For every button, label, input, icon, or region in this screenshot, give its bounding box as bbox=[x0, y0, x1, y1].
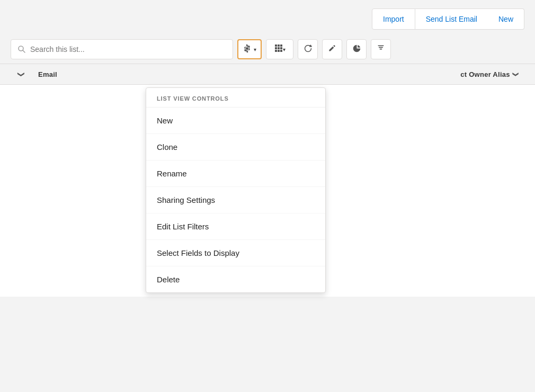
top-bar: Import Send List Email New bbox=[0, 0, 535, 35]
list-view-controls-dropdown: LIST VIEW CONTROLS New Clone Rename Shar… bbox=[146, 87, 326, 293]
import-button[interactable]: Import bbox=[372, 8, 415, 30]
search-icon bbox=[17, 45, 26, 54]
owner-alias-column-header[interactable]: ct Owner Alias ❯ bbox=[454, 70, 524, 78]
svg-rect-6 bbox=[278, 47, 280, 49]
dropdown-item-delete[interactable]: Delete bbox=[146, 266, 325, 292]
dropdown-item-new[interactable]: New bbox=[146, 108, 325, 134]
header-chevron-icon: ❯ bbox=[17, 72, 25, 77]
email-column-header[interactable]: Email bbox=[32, 70, 64, 78]
columns-button[interactable]: ▾ bbox=[266, 39, 293, 59]
dropdown-header: LIST VIEW CONTROLS bbox=[146, 88, 325, 108]
dropdown-item-rename[interactable]: Rename bbox=[146, 161, 325, 187]
edit-button[interactable] bbox=[322, 39, 342, 59]
new-button[interactable]: New bbox=[488, 8, 524, 30]
refresh-icon bbox=[304, 44, 313, 55]
svg-rect-8 bbox=[275, 50, 277, 52]
svg-rect-10 bbox=[280, 50, 282, 52]
refresh-button[interactable] bbox=[298, 39, 318, 59]
table-header: ❯ Email ct Owner Alias ❯ bbox=[0, 64, 535, 85]
send-list-email-button[interactable]: Send List Email bbox=[415, 8, 488, 30]
search-input[interactable] bbox=[30, 45, 226, 54]
filter-button[interactable] bbox=[371, 39, 391, 59]
gear-icon bbox=[243, 44, 252, 55]
header-checkbox-cell: ❯ bbox=[11, 70, 32, 78]
grid-icon bbox=[274, 44, 283, 55]
columns-chevron-icon: ▾ bbox=[283, 47, 286, 52]
svg-rect-5 bbox=[275, 47, 277, 49]
dropdown-item-clone[interactable]: Clone bbox=[146, 134, 325, 161]
owner-alias-chevron-icon: ❯ bbox=[512, 72, 519, 76]
search-box bbox=[11, 39, 233, 59]
svg-rect-9 bbox=[278, 50, 280, 52]
dropdown-item-select-fields[interactable]: Select Fields to Display bbox=[146, 240, 325, 266]
gear-chevron-icon: ▾ bbox=[254, 47, 256, 52]
dropdown-item-sharing-settings[interactable]: Sharing Settings bbox=[146, 187, 325, 213]
dropdown-item-edit-list-filters[interactable]: Edit List Filters bbox=[146, 213, 325, 240]
edit-icon bbox=[328, 44, 336, 55]
chart-button[interactable] bbox=[346, 39, 367, 59]
toolbar-row: ▾ ▾ bbox=[0, 35, 535, 64]
svg-rect-7 bbox=[280, 47, 282, 49]
svg-rect-3 bbox=[278, 44, 280, 47]
svg-rect-2 bbox=[275, 44, 277, 47]
svg-line-1 bbox=[23, 50, 25, 52]
chart-icon bbox=[352, 44, 361, 55]
filter-icon bbox=[377, 44, 385, 55]
svg-rect-4 bbox=[280, 44, 282, 47]
gear-settings-button[interactable]: ▾ bbox=[237, 39, 262, 59]
